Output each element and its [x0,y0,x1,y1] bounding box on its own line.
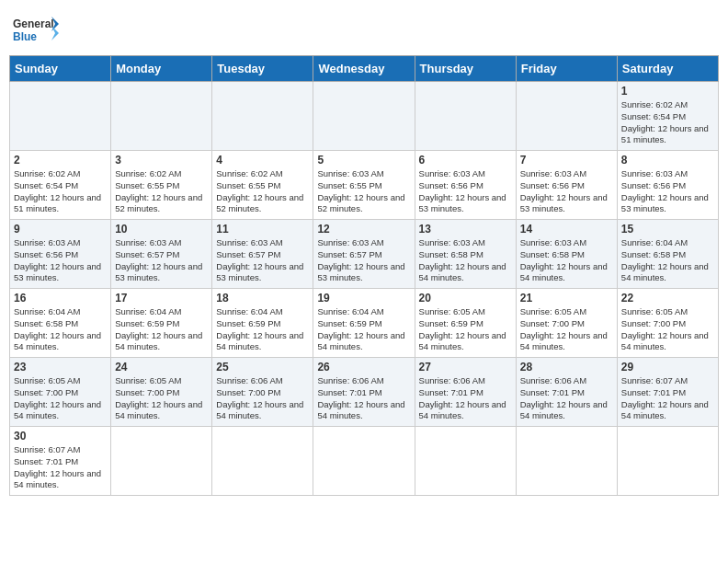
svg-marker-3 [51,26,59,40]
calendar-cell: 29Sunrise: 6:07 AMSunset: 7:01 PMDayligh… [617,358,718,427]
day-info: Sunrise: 6:06 AMSunset: 7:01 PMDaylight:… [419,375,512,422]
day-info: Sunrise: 6:06 AMSunset: 7:01 PMDaylight:… [520,375,613,422]
day-number: 5 [317,154,410,167]
day-header-tuesday: Tuesday [212,56,313,82]
day-number: 4 [216,154,309,167]
calendar-cell: 22Sunrise: 6:05 AMSunset: 7:00 PMDayligh… [617,289,718,358]
calendar-cell: 21Sunrise: 6:05 AMSunset: 7:00 PMDayligh… [516,289,617,358]
day-number: 20 [419,292,512,304]
day-info: Sunrise: 6:03 AMSunset: 6:57 PMDaylight:… [115,237,208,284]
calendar-cell: 2Sunrise: 6:02 AMSunset: 6:54 PMDaylight… [10,151,111,220]
day-info: Sunrise: 6:02 AMSunset: 6:55 PMDaylight:… [115,168,208,215]
day-number: 30 [14,430,107,442]
day-info: Sunrise: 6:03 AMSunset: 6:57 PMDaylight:… [216,237,309,284]
calendar-cell [111,427,212,496]
calendar-cell [617,427,718,496]
day-number: 19 [317,292,410,304]
page-header: General Blue [9,9,719,50]
calendar-table: SundayMondayTuesdayWednesdayThursdayFrid… [9,55,719,496]
calendar-cell [313,82,415,151]
day-headers-row: SundayMondayTuesdayWednesdayThursdayFrid… [10,56,719,82]
day-info: Sunrise: 6:03 AMSunset: 6:57 PMDaylight:… [317,237,410,284]
calendar-cell: 28Sunrise: 6:06 AMSunset: 7:01 PMDayligh… [516,358,617,427]
day-info: Sunrise: 6:04 AMSunset: 6:59 PMDaylight:… [115,306,208,353]
day-info: Sunrise: 6:04 AMSunset: 6:58 PMDaylight:… [14,306,107,353]
logo-icon: General Blue [13,13,59,50]
calendar-cell: 24Sunrise: 6:05 AMSunset: 7:00 PMDayligh… [111,358,212,427]
calendar-week-1: 2Sunrise: 6:02 AMSunset: 6:54 PMDaylight… [10,151,719,220]
calendar-cell: 7Sunrise: 6:03 AMSunset: 6:56 PMDaylight… [516,151,617,220]
calendar-cell [212,427,313,496]
day-number: 8 [621,154,714,167]
day-number: 15 [621,223,714,236]
day-number: 26 [317,361,410,373]
day-number: 25 [216,361,309,373]
calendar-cell [10,82,111,151]
calendar-cell: 12Sunrise: 6:03 AMSunset: 6:57 PMDayligh… [313,220,415,289]
calendar-cell: 19Sunrise: 6:04 AMSunset: 6:59 PMDayligh… [313,289,415,358]
day-info: Sunrise: 6:03 AMSunset: 6:56 PMDaylight:… [621,168,714,215]
day-number: 9 [14,223,107,236]
day-number: 3 [115,154,208,167]
day-header-sunday: Sunday [10,56,111,82]
calendar-cell: 16Sunrise: 6:04 AMSunset: 6:58 PMDayligh… [10,289,111,358]
day-info: Sunrise: 6:06 AMSunset: 7:01 PMDaylight:… [317,375,410,422]
day-number: 7 [520,154,613,167]
calendar-cell: 18Sunrise: 6:04 AMSunset: 6:59 PMDayligh… [212,289,313,358]
day-number: 24 [115,361,208,373]
day-number: 13 [419,223,512,236]
day-info: Sunrise: 6:05 AMSunset: 7:00 PMDaylight:… [14,375,107,422]
day-info: Sunrise: 6:03 AMSunset: 6:56 PMDaylight:… [419,168,512,215]
calendar-cell: 15Sunrise: 6:04 AMSunset: 6:58 PMDayligh… [617,220,718,289]
day-info: Sunrise: 6:05 AMSunset: 7:00 PMDaylight:… [520,306,613,353]
day-number: 10 [115,223,208,236]
calendar-cell: 4Sunrise: 6:02 AMSunset: 6:55 PMDaylight… [212,151,313,220]
calendar-cell: 6Sunrise: 6:03 AMSunset: 6:56 PMDaylight… [415,151,516,220]
day-number: 22 [621,292,714,304]
calendar-cell: 5Sunrise: 6:03 AMSunset: 6:55 PMDaylight… [313,151,415,220]
day-number: 28 [520,361,613,373]
day-header-wednesday: Wednesday [313,56,415,82]
day-info: Sunrise: 6:02 AMSunset: 6:54 PMDaylight:… [14,168,107,215]
calendar-cell [516,427,617,496]
day-info: Sunrise: 6:05 AMSunset: 7:00 PMDaylight:… [115,375,208,422]
calendar-cell: 11Sunrise: 6:03 AMSunset: 6:57 PMDayligh… [212,220,313,289]
day-number: 17 [115,292,208,304]
calendar-cell [415,82,516,151]
day-number: 21 [520,292,613,304]
day-number: 14 [520,223,613,236]
calendar-week-2: 9Sunrise: 6:03 AMSunset: 6:56 PMDaylight… [10,220,719,289]
calendar-cell [313,427,415,496]
day-info: Sunrise: 6:02 AMSunset: 6:55 PMDaylight:… [216,168,309,215]
day-info: Sunrise: 6:02 AMSunset: 6:54 PMDaylight:… [621,99,714,146]
day-info: Sunrise: 6:06 AMSunset: 7:00 PMDaylight:… [216,375,309,422]
day-number: 29 [621,361,714,373]
day-info: Sunrise: 6:05 AMSunset: 7:00 PMDaylight:… [621,306,714,353]
calendar-cell: 26Sunrise: 6:06 AMSunset: 7:01 PMDayligh… [313,358,415,427]
calendar-cell [415,427,516,496]
calendar-cell: 27Sunrise: 6:06 AMSunset: 7:01 PMDayligh… [415,358,516,427]
calendar-cell: 25Sunrise: 6:06 AMSunset: 7:00 PMDayligh… [212,358,313,427]
calendar-cell: 17Sunrise: 6:04 AMSunset: 6:59 PMDayligh… [111,289,212,358]
calendar-cell [516,82,617,151]
day-info: Sunrise: 6:07 AMSunset: 7:01 PMDaylight:… [14,444,107,491]
day-info: Sunrise: 6:03 AMSunset: 6:56 PMDaylight:… [14,237,107,284]
day-info: Sunrise: 6:04 AMSunset: 6:58 PMDaylight:… [621,237,714,284]
calendar-cell: 9Sunrise: 6:03 AMSunset: 6:56 PMDaylight… [10,220,111,289]
day-header-thursday: Thursday [415,56,516,82]
calendar-cell: 10Sunrise: 6:03 AMSunset: 6:57 PMDayligh… [111,220,212,289]
day-header-friday: Friday [516,56,617,82]
day-number: 12 [317,223,410,236]
logo: General Blue [13,13,59,50]
calendar-cell [212,82,313,151]
day-header-saturday: Saturday [617,56,718,82]
calendar-cell: 8Sunrise: 6:03 AMSunset: 6:56 PMDaylight… [617,151,718,220]
day-number: 23 [14,361,107,373]
calendar-week-3: 16Sunrise: 6:04 AMSunset: 6:58 PMDayligh… [10,289,719,358]
day-number: 27 [419,361,512,373]
day-info: Sunrise: 6:04 AMSunset: 6:59 PMDaylight:… [216,306,309,353]
calendar-cell: 23Sunrise: 6:05 AMSunset: 7:00 PMDayligh… [10,358,111,427]
day-info: Sunrise: 6:04 AMSunset: 6:59 PMDaylight:… [317,306,410,353]
calendar-cell: 1Sunrise: 6:02 AMSunset: 6:54 PMDaylight… [617,82,718,151]
day-number: 11 [216,223,309,236]
